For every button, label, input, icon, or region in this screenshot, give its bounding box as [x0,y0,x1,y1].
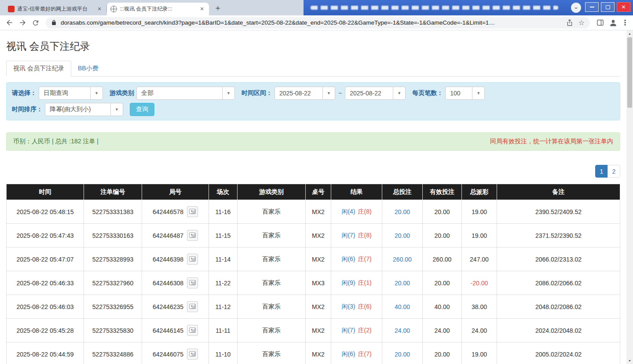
round-detail-icon[interactable] [187,325,198,336]
minimize-button[interactable] [585,2,599,12]
close-window-button[interactable]: ✕ [617,2,630,12]
search-button[interactable]: 查询 [130,103,154,116]
page-scrollbar[interactable]: ▲ ▼ [626,30,633,364]
cell-result: 闲(6)庄(7) [331,342,382,364]
filter-row-2: 时间排序： 降幂(由大到小) ▼ 查询 [12,103,615,116]
result-player: 闲(7) [341,327,355,334]
cell-payout: 247.00 [462,248,497,271]
cell-valid-bet: 20.00 [423,200,462,224]
cell-total-bet[interactable]: 20.00 [382,224,423,248]
cell-result: 闲(4)庄(8) [331,200,382,224]
refresh-icon[interactable] [29,17,42,29]
browser-toolbar: dorasabs.com/game/betrecord_search/kind3… [0,15,633,30]
bookmark-star-icon[interactable]: ☆ [578,19,585,26]
round-detail-icon[interactable] [187,230,198,241]
page-content: 视讯 会员下注纪录 视讯 会员下注纪录 BB小费 请选择： 日期查询 ▼ 游戏类… [0,40,626,364]
table-row: 2025-08-22 05:47:43 522753330163 6424464… [7,224,620,248]
cell-total-bet[interactable]: 20.00 [382,271,423,295]
cell-bet-id: 522753328993 [84,248,142,271]
background-window-text [311,6,558,10]
new-tab-button[interactable]: ＋ [212,2,224,15]
cell-game-type: 百家乐 [238,319,306,342]
sort-select[interactable]: 降幂(由大到小) ▼ [45,103,123,116]
cell-total-bet[interactable]: 20.00 [382,200,423,224]
page-1-button[interactable]: 1 [595,165,608,178]
column-header: 时间 [7,184,84,200]
tab-search-chevron-icon[interactable]: ⌄ [571,3,581,13]
cell-bet-id: 522753324886 [84,342,142,364]
round-detail-icon[interactable] [187,277,198,288]
cell-time: 2025-08-22 05:44:59 [7,342,84,364]
forward-icon[interactable] [16,17,29,29]
tab-betrecord[interactable]: 视讯 会员下注纪录 [6,61,71,76]
site-security-lock-icon[interactable] [51,20,57,25]
chevron-down-icon[interactable]: ▼ [393,87,406,100]
pagination: 1 2 [6,165,620,178]
browser-tab-betrecord[interactable]: :::视讯 会员下注纪录::: ✕ [107,3,209,15]
summary-notice-text: 同局有效投注，统一计算在该局第一张注单内 [490,138,613,146]
cell-game-type: 百家乐 [238,224,306,248]
bet-record-table: 时间注单编号局号场次游戏类别桌号结果总投注有效投注总派彩备注 2025-08-2… [6,184,620,364]
chevron-down-icon[interactable]: ▼ [222,87,235,100]
round-number: 642446308 [153,280,183,287]
table-row: 2025-08-22 05:46:03 522753326955 6424462… [7,295,620,319]
cell-table-no: MX2 [306,200,331,224]
cell-note: 2005.02/2024.02 [497,342,620,364]
cell-total-bet[interactable]: 260.00 [382,248,423,271]
cell-valid-bet: 20.00 [423,271,462,295]
menu-kebab-icon[interactable]: ⋮ [620,18,630,27]
round-detail-icon[interactable] [187,254,198,265]
profile-avatar-icon[interactable] [607,17,620,29]
cell-table-no: MX2 [306,295,331,319]
cell-result: 闲(7)庄(8) [331,224,382,248]
round-detail-icon[interactable] [187,301,198,312]
tab-title: :::视讯 会员下注纪录::: [120,5,196,13]
cell-payout: 19.00 [462,342,497,364]
cell-bet-id: 522753330163 [84,224,142,248]
query-type-select[interactable]: 日期查询 ▼ [39,87,103,100]
cell-total-bet[interactable]: 24.00 [382,319,423,342]
share-icon[interactable] [566,19,573,26]
cell-total-bet[interactable]: 40.00 [382,295,423,319]
date-start-input[interactable]: 2025-08-22 ▼ [274,87,335,100]
sort-value: 降幂(由大到小) [45,103,111,116]
round-detail-icon[interactable] [187,206,198,217]
tab-close-icon[interactable]: ✕ [96,6,103,13]
chevron-down-icon[interactable]: ▼ [90,87,103,100]
cell-time: 2025-08-22 05:46:33 [7,271,84,295]
game-type-select[interactable]: 全部 ▼ [136,87,235,100]
date-end-input[interactable]: 2025-08-22 ▼ [345,87,406,100]
tab-close-icon[interactable]: ✕ [198,6,205,13]
maximize-button[interactable] [601,2,615,12]
address-bar[interactable]: dorasabs.com/game/betrecord_search/kind3… [46,17,590,29]
cell-table-no: MX3 [306,271,331,295]
page-2-button[interactable]: 2 [607,165,620,178]
chevron-down-icon[interactable]: ▼ [110,103,123,116]
per-page-value: 100 [445,87,472,100]
cell-time: 2025-08-22 05:45:28 [7,319,84,342]
table-row: 2025-08-22 05:44:59 522753324886 6424460… [7,342,620,364]
table-body: 2025-08-22 05:48:15 522753331383 6424465… [7,200,620,364]
scrollbar-up-icon[interactable]: ▲ [626,30,633,37]
result-player: 闲(4) [341,208,355,215]
browser-tab-tongbao[interactable]: 通宝-信誉最好的网上游戏平台 ✕ [4,3,106,15]
result-banker: 庄(1) [358,279,372,286]
side-panel-icon[interactable] [593,17,607,29]
per-page-label: 每页笔数： [412,89,443,97]
chevron-down-icon[interactable]: ▼ [322,87,335,100]
back-icon[interactable] [3,17,16,29]
round-detail-icon[interactable] [187,349,198,360]
tab-bb-tip[interactable]: BB小费 [71,61,105,76]
per-page-select[interactable]: 100 ▼ [445,87,485,100]
chevron-down-icon[interactable]: ▼ [472,87,485,100]
column-header: 总投注 [382,184,423,200]
summary-totals-text: 币别：人民币 | 总共 :182 注单 | [13,138,99,146]
cell-valid-bet: 260.00 [423,248,462,271]
cell-total-bet[interactable]: 20.00 [382,342,423,364]
column-header: 局号 [142,184,209,200]
result-banker: 庄(7) [358,350,372,357]
scrollbar-thumb[interactable] [627,37,632,108]
table-header-row: 时间注单编号局号场次游戏类别桌号结果总投注有效投注总派彩备注 [7,184,620,200]
cell-valid-bet: 20.00 [423,224,462,248]
scrollbar-down-icon[interactable]: ▼ [626,357,633,364]
